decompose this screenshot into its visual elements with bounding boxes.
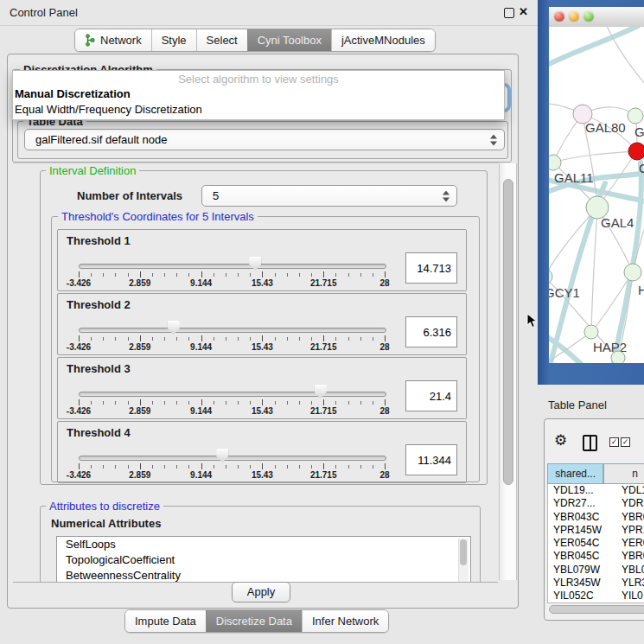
network-node-gal11[interactable] [549,155,561,170]
cell-name: YLR3 [613,577,644,590]
tab-network[interactable]: Network [75,29,151,51]
threshold-1-slider-track[interactable] [79,264,386,269]
panel-scrollbar[interactable] [499,163,517,580]
slider-tick-label: 28 [379,342,389,352]
network-node-ga[interactable] [628,108,643,124]
attribute-item-betweennesscentrality[interactable]: BetweennessCentrality [57,568,470,583]
close-icon[interactable]: ✕ [519,5,528,18]
network-canvas[interactable]: GAL80GACGAL11GAL4GCY1HHAP2 [549,27,644,363]
columns-icon[interactable] [583,435,597,451]
checkbox-icon[interactable]: ✓ [609,437,619,447]
tab-label: Cyni Toolbox [258,34,322,47]
node-label-ga: GA [634,124,644,139]
slider-tick-label: 15.43 [252,278,273,288]
slider-tick-label: 2.859 [129,406,150,416]
tab-impute-data[interactable]: Impute Data [125,610,206,632]
table-row-ypr145w[interactable]: YPR145WYPR1 [548,524,644,537]
network-node-h[interactable] [624,264,641,281]
threshold-2-box: Threshold 2-3.4262.8599.14415.4321.71528 [57,293,467,355]
cell-shared-name: YER054C [548,537,613,550]
tab-discretize-data[interactable]: Discretize Data [206,610,302,632]
dropdown-option-equal-width-frequency-discretization[interactable]: Equal Width/Frequency Discretization [13,102,504,118]
list-scrollbar-thumb[interactable] [460,539,467,565]
zoom-traffic-light-icon[interactable] [583,11,594,22]
table-row-ydl19-[interactable]: YDL19...YDL1 [548,484,644,497]
apply-button[interactable]: Apply [232,582,290,603]
tab-label: Infer Network [312,615,379,628]
column-header-name[interactable]: n [603,463,644,484]
slider-tick-label: 28 [379,470,389,480]
table-row-ybl079w[interactable]: YBL079WYBL0 [548,564,644,577]
network-window-titlebar [549,7,644,28]
cell-shared-name: YIL052C [548,590,613,603]
tab-cyni-toolbox[interactable]: Cyni Toolbox [247,29,331,51]
list-scrollbar[interactable] [458,539,469,583]
tab-label: Style [162,34,187,47]
node-label-h: H [638,283,644,297]
float-window-icon[interactable] [504,8,514,18]
slider-tick-label: 2.859 [129,470,150,480]
network-node[interactable] [611,351,625,363]
table-hscrollbar-thumb[interactable] [549,605,644,614]
table-hscrollbar[interactable] [547,603,644,614]
minimize-traffic-light-icon[interactable] [569,11,579,22]
slider-tick-label: -3.426 [67,470,91,480]
panel-title: Control Panel [10,6,78,19]
network-node-gcy1[interactable] [549,269,552,284]
panel-scrollbar-thumb[interactable] [503,179,513,485]
table-row-ybr045c[interactable]: YBR045CYBR0 [548,550,644,563]
slider-major-ticks [79,335,386,341]
close-traffic-light-icon[interactable] [554,11,564,22]
tab-jactivemnodules[interactable]: jActiveMNodules [331,29,435,51]
cell-shared-name: YDL19... [548,484,613,497]
tab-style[interactable]: Style [151,29,196,51]
slider-major-ticks [79,271,386,277]
checkbox-icon[interactable]: ✓ [621,437,630,447]
cell-shared-name: YBR045C [548,550,613,563]
slider-tick-label: 9.144 [190,470,212,480]
dropdown-option-manual-discretization[interactable]: Manual Discretization [13,86,504,102]
table-rows: YDL19...YDL1YDR27...YDR2YBR043CYBR0YPR14… [547,484,644,603]
slider-tick-label: -3.426 [67,342,91,352]
tab-infer-network[interactable]: Infer Network [302,610,388,632]
numerical-attributes-list[interactable]: SelfLoopsTopologicalCoefficientBetweenne… [56,536,471,583]
slider-tick-label: 9.144 [190,278,212,288]
table-row-yer054c[interactable]: YER054CYER0 [548,537,644,550]
table-row-ydr27-[interactable]: YDR27...YDR2 [548,497,644,510]
cyni-mode-tabs: Impute DataDiscretize DataInfer Network [124,609,389,633]
slider-tick-label: 9.144 [190,406,212,416]
cell-name: YBR0 [613,550,644,563]
table-row-yil052c[interactable]: YIL052CYIL0 [548,590,644,603]
slider-tick-label: 21.715 [310,470,337,480]
attribute-item-topologicalcoefficient[interactable]: TopologicalCoefficient [57,552,470,568]
tab-label: Network [100,34,142,47]
table-row-ybr043c[interactable]: YBR043CYBR0 [548,511,644,524]
threshold-4-value-field[interactable] [405,444,457,475]
slider-tick-label: 21.715 [310,342,337,352]
network-node-hap2[interactable] [584,325,598,339]
threshold-2-label: Threshold 2 [67,298,131,311]
threshold-3-slider-track[interactable] [79,392,386,397]
slider-tick-label: 21.715 [310,406,337,416]
attribute-item-selfloops[interactable]: SelfLoops [57,537,470,552]
attributes-group: Attributes to discretize Numerical Attri… [40,506,481,583]
combo-stepper-icon [490,134,498,145]
slider-tick-label: 28 [379,278,389,288]
threshold-2-value-field[interactable] [405,316,457,348]
tab-select[interactable]: Select [196,29,247,51]
table-row-ylr345w[interactable]: YLR345WYLR3 [548,577,644,590]
threshold-1-value-field[interactable] [405,252,457,284]
number-of-intervals-label: Number of Intervals [77,189,182,202]
number-of-intervals-combobox[interactable]: 5 [201,185,457,207]
gear-icon[interactable]: ⚙ [554,433,567,448]
threshold-3-value-field[interactable] [405,380,457,411]
threshold-4-slider-track[interactable] [79,456,386,461]
column-header-shared[interactable]: shared... [547,463,603,484]
cell-name: YBL0 [613,564,644,577]
table-data-combobox[interactable]: galFiltered.sif default node [24,129,505,150]
settings-viewport: Interval Definition Number of Intervals … [13,163,498,583]
network-node-c[interactable] [628,143,644,160]
threshold-3-label: Threshold 3 [67,362,131,375]
threshold-2-slider-track[interactable] [79,328,386,333]
slider-tick-label: -3.426 [67,406,91,416]
